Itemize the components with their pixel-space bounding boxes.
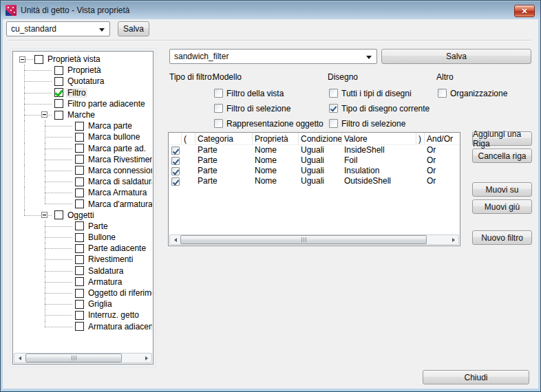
table-cell[interactable]: Nome (253, 155, 299, 166)
table-cell[interactable]: Parte (195, 155, 253, 166)
tree-item[interactable]: Oggetti (14, 210, 152, 221)
filter-option[interactable]: Organizzazione (436, 89, 507, 98)
view-properties-preset-combo[interactable]: cu_standard (6, 21, 110, 36)
table-cell[interactable]: Nome (253, 145, 299, 155)
tree-item[interactable]: Filtro (14, 87, 152, 98)
tree-item[interactable]: Griglia (14, 298, 152, 309)
filter-preset-combo[interactable]: sandwich_filter (169, 49, 377, 64)
filter-option[interactable]: Filtro della vista (213, 89, 323, 98)
tree-item[interactable]: Parte (14, 221, 152, 232)
tree-item-label[interactable]: Proprietà (66, 65, 103, 75)
table-cell[interactable]: Parte (195, 145, 253, 155)
tree-item[interactable]: Marca parte ad. (14, 143, 152, 154)
table-cell[interactable]: Or (425, 155, 460, 166)
table-row[interactable]: ParteNomeUgualiFoilOr (169, 155, 460, 166)
table-row[interactable]: ParteNomeUgualiOutsideShellOr (169, 176, 460, 186)
tree-item-label[interactable]: Filtro parte adiacente (66, 99, 147, 109)
tree-item-checkbox[interactable] (54, 77, 63, 86)
tree-expander-icon[interactable] (41, 212, 47, 218)
row-checkbox[interactable] (171, 146, 180, 155)
row-checkbox[interactable] (171, 157, 180, 165)
table-hscrollbar-thumb[interactable] (180, 235, 427, 244)
tree-item[interactable]: Quotatura (14, 76, 152, 87)
tree-item-checkbox[interactable] (54, 99, 63, 108)
table-cell[interactable]: Parte (195, 176, 253, 186)
save-view-properties-button[interactable]: Salva (118, 21, 149, 36)
tree-item[interactable]: Marca bullone (14, 131, 152, 142)
tree-item[interactable]: Marca Rivestimento (14, 154, 152, 165)
tree-item-label[interactable]: Marca parte ad. (87, 144, 147, 153)
tree-item-checkbox[interactable] (75, 233, 84, 242)
tree-item-label[interactable]: Quotatura (66, 76, 105, 86)
tree-hscrollbar[interactable] (14, 353, 152, 363)
tree-item-label[interactable]: Oggetto di riferimento (87, 288, 152, 298)
table-cell[interactable]: Uguali (299, 166, 342, 176)
table-cell[interactable]: Uguali (299, 145, 342, 155)
table-cell[interactable]: Insulation (342, 166, 416, 176)
table-cell[interactable]: Foil (342, 155, 416, 166)
table-cell[interactable]: Uguali (299, 155, 342, 166)
close-icon[interactable]: ✕ (514, 5, 535, 17)
scroll-right-icon[interactable] (141, 353, 151, 362)
filter-option-checkbox[interactable] (329, 89, 338, 98)
tree-expander-icon[interactable] (41, 111, 47, 118)
filter-option-checkbox[interactable] (438, 89, 447, 98)
table-row[interactable]: ParteNomeUgualiInsideShellOr (169, 145, 460, 155)
delete-row-button[interactable]: Cancella riga (472, 149, 532, 163)
tree-item-label[interactable]: Proprietà vista (46, 54, 102, 64)
save-filter-button[interactable]: Salva (381, 49, 531, 64)
tree-item-checkbox[interactable] (75, 166, 84, 175)
tree-item[interactable]: Armatura adiacente (14, 321, 152, 332)
tree-item-checkbox[interactable] (75, 188, 84, 197)
tree-item-checkbox[interactable] (75, 311, 84, 320)
tree-item[interactable]: Saldatura (14, 265, 152, 276)
tree-item-label[interactable]: Armatura adiacente (87, 322, 152, 331)
tree-item-checkbox[interactable] (75, 221, 84, 230)
table-cell[interactable]: Nome (253, 176, 299, 186)
tree-item-label[interactable]: Marca Armatura (87, 188, 148, 197)
tree-item-checkbox[interactable] (75, 122, 84, 131)
filter-option[interactable]: Tipo di disegno corrente (328, 104, 429, 113)
tree-item-checkbox[interactable] (75, 289, 84, 298)
close-dialog-button[interactable]: Chiudi (423, 370, 529, 384)
tree-item[interactable]: Marca parte (14, 120, 152, 131)
new-filter-button[interactable]: Nuovo filtro (472, 230, 532, 245)
move-up-button[interactable]: Muovi su (472, 182, 532, 197)
table-hscrollbar-track[interactable] (180, 235, 448, 244)
tree-item-label[interactable]: Filtro (66, 88, 87, 98)
tree-item-label[interactable]: Marca connessione (87, 166, 152, 175)
filter-option-checkbox[interactable] (214, 89, 223, 98)
tree-item[interactable]: Marca di saldatura (14, 176, 152, 187)
tree-item[interactable]: Marca d'armatura adiacente (14, 198, 152, 209)
tree-item[interactable]: Filtro parte adiacente (14, 98, 152, 109)
table-cell[interactable]: Uguali (299, 176, 342, 186)
tree-item-checkbox[interactable] (75, 199, 84, 208)
table-hscrollbar[interactable] (169, 235, 459, 245)
tree-hscrollbar-thumb[interactable] (25, 353, 122, 362)
tree-item-label[interactable]: Marca parte (87, 121, 134, 131)
filter-option-checkbox[interactable] (214, 104, 223, 113)
tree-item-checkbox[interactable] (75, 133, 84, 142)
table-cell[interactable]: Or (425, 176, 460, 186)
tree-item-checkbox[interactable] (54, 210, 63, 219)
titlebar[interactable]: Unità di getto - Vista proprietà ✕ (1, 1, 540, 19)
table-cell[interactable]: InsideShell (342, 145, 416, 155)
tree-item-checkbox[interactable] (75, 177, 84, 186)
tree-expander-icon[interactable] (19, 56, 25, 63)
row-checkbox[interactable] (171, 177, 180, 186)
tree-item-label[interactable]: Parte adiacente (87, 243, 147, 253)
table-cell[interactable]: Or (425, 166, 460, 176)
tree-item-label[interactable]: Parte (87, 221, 109, 231)
tree-item-checkbox[interactable] (54, 66, 63, 75)
tree-item-checkbox[interactable] (34, 55, 43, 64)
tree-item-label[interactable]: Marche (66, 110, 96, 120)
scroll-right-icon[interactable] (448, 235, 458, 244)
scroll-left-icon[interactable] (14, 353, 25, 362)
tree-item-checkbox[interactable] (75, 300, 84, 309)
tree-item-checkbox[interactable] (75, 144, 84, 153)
table-cell[interactable]: OutsideShell (342, 176, 416, 186)
add-row-button[interactable]: Aggiungi una Riga (472, 131, 532, 146)
tree-item[interactable]: Marca connessione (14, 165, 152, 176)
tree-item-label[interactable]: Rivestimenti (87, 254, 134, 264)
tree-item[interactable]: Marca Armatura (14, 187, 152, 198)
